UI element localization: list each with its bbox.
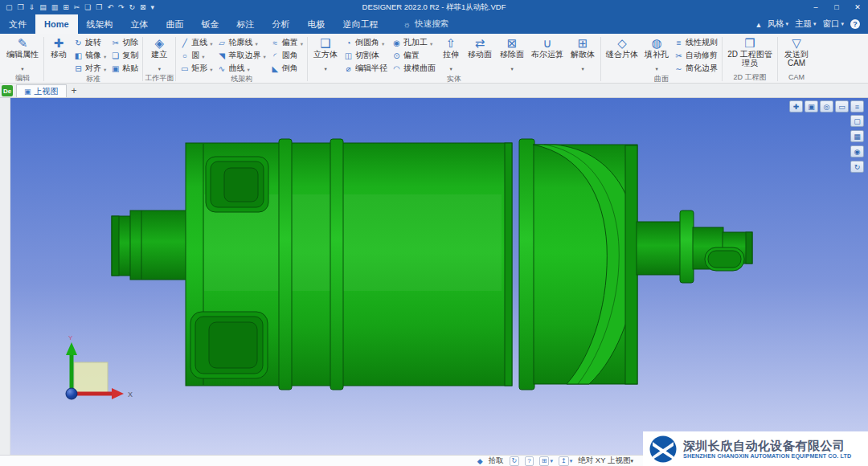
tab-annotation[interactable]: 标注 [228,14,264,34]
button-label: 立方体 [313,51,338,59]
cut-body-button[interactable]: ◫切割体 [342,49,390,62]
help-icon[interactable]: ? [525,456,533,466]
contour-button[interactable]: ▱轮廓线 [215,36,268,49]
nav-diamond-icon[interactable]: ◆ [477,457,483,465]
redo-icon[interactable]: ↷ [118,3,125,11]
view-selector[interactable]: 绝对 XY 上视图 [578,456,633,466]
save-icon[interactable]: ▤ [39,3,47,11]
mirror-button[interactable]: ◧镜像 [72,49,108,62]
fit-window-icon[interactable]: ▭ [835,100,849,112]
line-button[interactable]: ╱直线 [178,36,215,49]
tab-solid[interactable]: 立体 [122,14,158,34]
fillet-button[interactable]: ◜圆角 [268,49,305,62]
tab-file[interactable]: 文件 [0,14,35,34]
undo-icon[interactable]: ↶ [107,3,113,11]
round-edge-button[interactable]: ◔倒圆角 [342,36,390,49]
move-face-button[interactable]: ⇄ 移动面 [464,35,496,75]
paste-button[interactable]: ▣粘贴 [108,62,141,75]
tab-analysis[interactable]: 分析 [264,14,299,34]
tab-reverse-engineering[interactable]: 逆向工程 [334,14,387,34]
send-to-cam-button[interactable]: ▽ 发送到CAM [780,35,813,73]
visibility-icon[interactable]: ◉ [850,145,864,157]
paste-icon[interactable]: ❐ [96,3,102,11]
cut-icon[interactable]: ✂ [74,3,80,11]
menu-window[interactable]: 窗口 [822,18,844,30]
tab-electrode[interactable]: 电极 [299,14,334,34]
chamfer-button[interactable]: ◣倒角 [268,62,305,75]
tab-home[interactable]: Home [35,14,78,34]
copy-button[interactable]: ❏复制 [108,49,141,62]
repeat-icon[interactable]: ↻ [129,3,136,11]
edit-properties-button[interactable]: ✎ 编辑属性 [3,35,42,74]
contour-icon: ▱ [218,39,227,47]
offset-button[interactable]: ≈偏置 [268,36,305,49]
ucs-icon[interactable]: ↥ [559,456,572,466]
tab-surface[interactable]: 曲面 [158,14,193,34]
move-button[interactable]: ✚ 移动 [46,35,72,75]
dissolve-body-button[interactable]: ⊞ 解散体 [567,35,599,75]
create-plane-button[interactable]: ◈ 建立 [145,35,174,74]
maximize-button[interactable]: □ [826,0,847,14]
align-button[interactable]: ⊟对齐 [72,62,108,75]
boolean-button[interactable]: ∪ 布尔运算 [528,35,567,75]
remove-face-button[interactable]: ⊠ 移除面 [496,35,528,75]
linear-rule-button[interactable]: ≡线性规则 [672,36,720,49]
help-button[interactable]: ? [850,19,860,29]
extract-boundary-button[interactable]: ◥萃取边界 [215,49,268,62]
qat-more-icon[interactable]: ▾ [151,3,155,11]
button-label: 拔模曲面 [403,63,436,74]
tab-sheetmetal[interactable]: 钣金 [193,14,228,34]
trim-button[interactable]: ✂切除 [108,36,141,49]
delete-icon[interactable]: ⊠ [140,3,146,11]
quick-search[interactable]: ☼ 快速搜索 [403,14,449,34]
copy-icon[interactable]: ❏ [84,3,91,11]
close-button[interactable]: ✕ [847,0,868,14]
open-icon[interactable]: ❒ [18,3,24,11]
solid-offset-button[interactable]: ⊙偏置 [390,49,438,62]
ribbon-group-label: 工作平面 [145,74,174,84]
sew-sheet-button[interactable]: ◇ 缝合片体 [603,35,641,75]
save-all-icon[interactable]: ▥ [51,3,59,11]
simplify-boundary-button[interactable]: ∼简化边界 [672,62,720,75]
orbit-icon[interactable]: ↻ [850,161,864,173]
drawing-manager-button[interactable]: ❒ 2D 工程图管理员 [724,35,776,73]
sew-icon: ◇ [617,36,627,51]
copy-icon: ❏ [111,51,120,60]
selection-filter-icon[interactable]: ⊞ [539,456,553,466]
viewport-3d[interactable]: Y X ✚ ▣ ◎ ▭ ≡ ▢ ▦ ◉ ↻ [10,98,868,455]
model-roller-3d[interactable]: Y X [10,98,867,455]
cube-button[interactable]: ❑ 立方体 [309,35,342,75]
view-cube-icon[interactable]: ▣ [805,100,818,112]
menu-style[interactable]: 风格 [767,18,788,30]
hole-button[interactable]: ◉孔加工 [390,36,438,49]
zoom-icon[interactable]: ◎ [820,100,833,112]
menu-theme[interactable]: 主题 [795,18,817,30]
tab-wireframe[interactable]: 线架构 [78,14,122,34]
duplicate-icon[interactable]: ⊞ [63,3,69,11]
pan-icon[interactable]: ✚ [789,100,803,112]
fill-hole-button[interactable]: ◍ 填补孔 [641,35,672,75]
rotate-button[interactable]: ↻旋转 [72,36,108,49]
curve-button[interactable]: ∿曲线 [215,62,268,75]
company-name-en: SHENZHEN CHANGXIN AUTOMATION EQUIPMENT C… [683,452,851,460]
document-tab-top-view[interactable]: ▣ 上视图 [16,84,67,97]
work-area: Y X ✚ ▣ ◎ ▭ ≡ ▢ ▦ ◉ ↻ [0,98,868,455]
pick-label[interactable]: 拾取 [489,456,504,466]
new-icon[interactable]: ▢ [6,3,13,11]
new-tab-button[interactable]: + [70,85,81,97]
collapse-ribbon-icon[interactable]: ▴ [756,19,760,29]
minimize-button[interactable]: – [805,0,826,14]
auto-trim-button[interactable]: ✂自动修剪 [672,49,720,62]
rectangle-button[interactable]: ▭矩形 [178,62,215,75]
refresh-icon[interactable]: ↻ [510,456,520,466]
app-icon[interactable]: De [2,85,13,96]
shade-mode-icon[interactable]: ▢ [850,115,864,127]
draft-face-button[interactable]: ◠拔模曲面 [390,62,438,75]
circle-button[interactable]: ○圆 [178,49,215,62]
render-mode-icon[interactable]: ▦ [850,130,864,142]
extrude-button[interactable]: ⇧ 拉伸 [438,35,464,75]
dropdown-caret-icon [21,59,23,74]
edit-radius-button[interactable]: ⌀编辑半径 [342,62,390,75]
import-icon[interactable]: ⇓ [29,3,35,11]
view-menu-icon[interactable]: ≡ [850,100,864,112]
